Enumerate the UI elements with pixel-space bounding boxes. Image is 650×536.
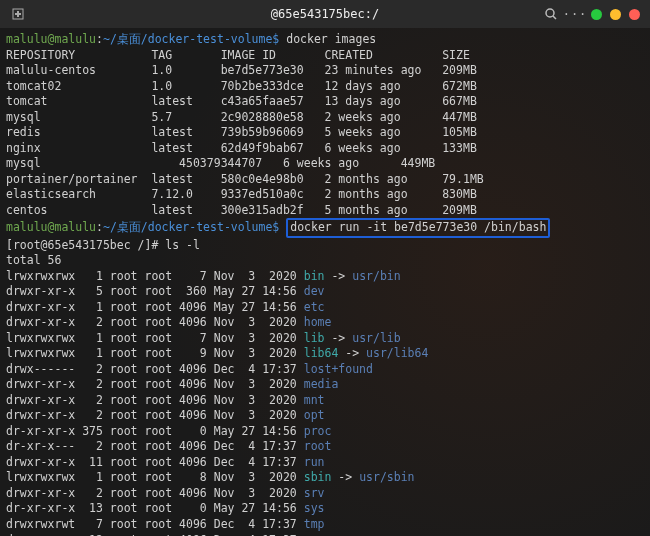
terminal-output[interactable]: malulu@malulu:~/桌面/docker-test-volume$ d… — [0, 28, 650, 536]
svg-line-4 — [553, 16, 556, 19]
search-icon[interactable] — [543, 6, 559, 22]
add-tab-icon[interactable] — [10, 6, 26, 22]
window-title: @65e543175bec:/ — [271, 6, 379, 22]
highlighted-command-run: docker run -it be7d5e773e30 /bin/bash — [286, 218, 550, 238]
window-titlebar: @65e543175bec:/ ··· — [0, 0, 650, 28]
minimize-button[interactable] — [591, 9, 602, 20]
maximize-button[interactable] — [610, 9, 621, 20]
svg-point-3 — [546, 9, 554, 17]
svg-rect-2 — [15, 13, 21, 15]
close-button[interactable] — [629, 9, 640, 20]
menu-icon[interactable]: ··· — [567, 6, 583, 22]
